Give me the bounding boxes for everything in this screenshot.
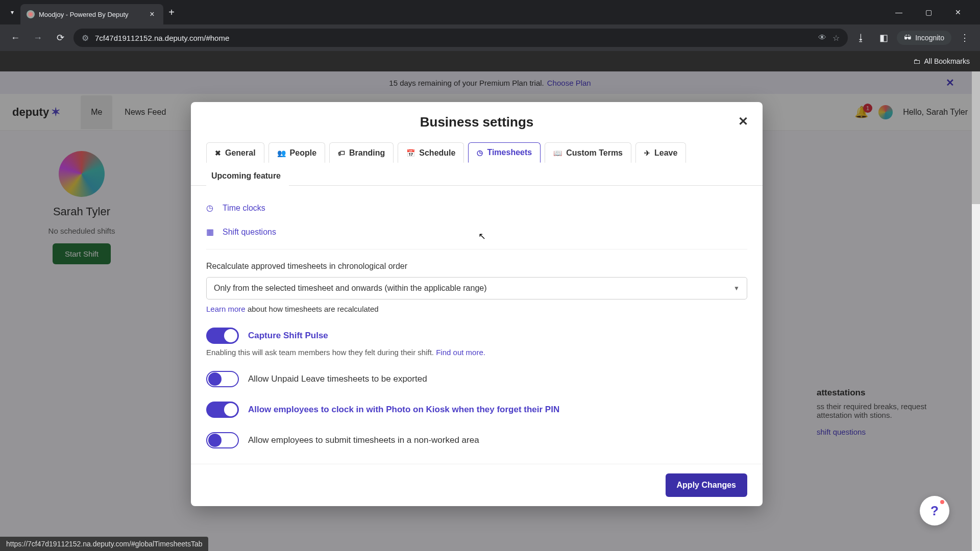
help-notification-dot — [940, 500, 944, 504]
toggle-capture-pulse[interactable] — [206, 328, 239, 344]
browser-toolbar: ← → ⟳ ⚙ 7cf47d19112152.na.deputy.com/#ho… — [0, 24, 980, 51]
address-bar[interactable]: ⚙ 7cf47d19112152.na.deputy.com/#home 👁 ☆ — [74, 29, 848, 47]
minimize-icon[interactable]: — — [887, 4, 911, 20]
tab-schedule[interactable]: 📅Schedule — [398, 142, 464, 163]
incognito-label: Incognito — [915, 34, 944, 42]
tab-close-icon[interactable]: × — [147, 10, 157, 19]
bookmark-star-icon[interactable]: ☆ — [832, 33, 840, 43]
unpaid-leave-label: Allow Unpaid Leave timesheets to be expo… — [248, 374, 427, 384]
forward-button[interactable]: → — [29, 29, 47, 47]
browser-tab[interactable]: Moodjoy - Powered By Deputy × — [20, 4, 163, 24]
business-settings-modal: Business settings ✕ ✖General 👥People 🏷Br… — [191, 102, 763, 506]
modal-tabs: ✖General 👥People 🏷Branding 📅Schedule ◷Ti… — [191, 138, 763, 186]
menu-icon[interactable]: ⋮ — [955, 29, 974, 47]
tab-title: Moodjoy - Powered By Deputy — [39, 11, 143, 18]
modal-title: Business settings — [420, 114, 534, 130]
toggle-capture-pulse-row: Capture Shift Pulse — [206, 328, 747, 344]
tab-custom-terms[interactable]: 📖Custom Terms — [545, 142, 631, 163]
tab-people[interactable]: 👥People — [268, 142, 325, 163]
status-bar: https://7cf47d19112152.na.deputy.com/#gl… — [0, 537, 208, 551]
reload-button[interactable]: ⟳ — [51, 29, 69, 47]
browser-titlebar: ▾ Moodjoy - Powered By Deputy × + — ▢ ✕ — [0, 0, 980, 24]
clock-outline-icon: ◷ — [206, 203, 216, 213]
capture-pulse-desc: Enabling this will ask team members how … — [206, 348, 747, 357]
tab-search-dropdown[interactable]: ▾ — [4, 4, 20, 20]
modal-close-button[interactable]: ✕ — [738, 114, 748, 129]
find-out-more-link[interactable]: Find out more. — [436, 348, 485, 357]
url-text: 7cf47d19112152.na.deputy.com/#home — [95, 34, 812, 42]
recalc-label: Recalculate approved timesheets in chron… — [206, 262, 747, 271]
photo-kiosk-label: Allow employees to clock in with Photo o… — [248, 405, 559, 415]
folder-icon: 🗀 — [913, 57, 920, 65]
modal-body: ◷ Time clocks ▦ Shift questions Recalcul… — [191, 186, 763, 464]
people-icon: 👥 — [277, 149, 286, 157]
modal-footer: Apply Changes — [191, 464, 763, 506]
calendar-icon: 📅 — [406, 149, 415, 157]
recalc-value: Only from the selected timesheet and onw… — [214, 284, 487, 293]
toggle-nonworked[interactable] — [206, 432, 239, 448]
toggle-photo-kiosk[interactable] — [206, 402, 239, 418]
capture-pulse-label: Capture Shift Pulse — [248, 331, 328, 341]
tab-general[interactable]: ✖General — [206, 142, 264, 163]
tab-leave[interactable]: ✈Leave — [635, 142, 686, 163]
book-icon: 📖 — [553, 149, 562, 157]
bookmarks-bar: 🗀 All Bookmarks — [0, 51, 980, 71]
back-button[interactable]: ← — [6, 29, 24, 47]
toggle-nonworked-row: Allow employees to submit timesheets in … — [206, 432, 747, 448]
window-controls: — ▢ ✕ — [887, 4, 976, 20]
plane-icon: ✈ — [644, 149, 650, 157]
wrench-icon: ✖ — [215, 149, 221, 157]
help-fab[interactable]: ? — [920, 496, 949, 525]
tag-icon: 🏷 — [338, 149, 345, 157]
all-bookmarks-button[interactable]: All Bookmarks — [924, 57, 970, 65]
section-time-clocks[interactable]: ◷ Time clocks — [206, 196, 747, 220]
incognito-icon: 🕶 — [904, 34, 911, 42]
learn-more-link[interactable]: Learn more — [206, 305, 246, 313]
section-shift-questions[interactable]: ▦ Shift questions — [206, 220, 747, 244]
tab-upcoming-feature[interactable]: Upcoming feature — [206, 166, 289, 186]
toggle-photo-kiosk-row: Allow employees to clock in with Photo o… — [206, 402, 747, 418]
site-settings-icon[interactable]: ⚙ — [82, 33, 89, 43]
eye-off-icon[interactable]: 👁 — [818, 33, 826, 42]
new-tab-button[interactable]: + — [163, 7, 180, 18]
apply-changes-button[interactable]: Apply Changes — [666, 473, 747, 497]
sidepanel-icon[interactable]: ◧ — [874, 29, 893, 47]
toggle-unpaid-leave[interactable] — [206, 371, 239, 387]
close-window-icon[interactable]: ✕ — [946, 4, 970, 20]
page-scrollbar[interactable] — [972, 71, 980, 551]
downloads-icon[interactable]: ⭳ — [852, 29, 870, 47]
tab-timesheets[interactable]: ◷Timesheets — [468, 142, 541, 163]
tab-branding[interactable]: 🏷Branding — [329, 142, 394, 163]
clock-icon: ◷ — [477, 148, 483, 157]
scrollbar-thumb[interactable] — [972, 71, 980, 204]
card-icon: ▦ — [206, 227, 216, 237]
incognito-badge[interactable]: 🕶 Incognito — [897, 31, 951, 45]
divider — [206, 249, 747, 249]
chevron-down-icon: ▼ — [733, 285, 740, 292]
modal-header: Business settings ✕ — [191, 102, 763, 138]
recalc-select[interactable]: Only from the selected timesheet and onw… — [206, 277, 747, 299]
toggle-unpaid-leave-row: Allow Unpaid Leave timesheets to be expo… — [206, 371, 747, 387]
recalc-helper: Learn more about how timesheets are reca… — [206, 305, 747, 313]
maximize-icon[interactable]: ▢ — [917, 4, 940, 20]
nonworked-label: Allow employees to submit timesheets in … — [248, 435, 479, 445]
favicon-icon — [27, 10, 35, 18]
